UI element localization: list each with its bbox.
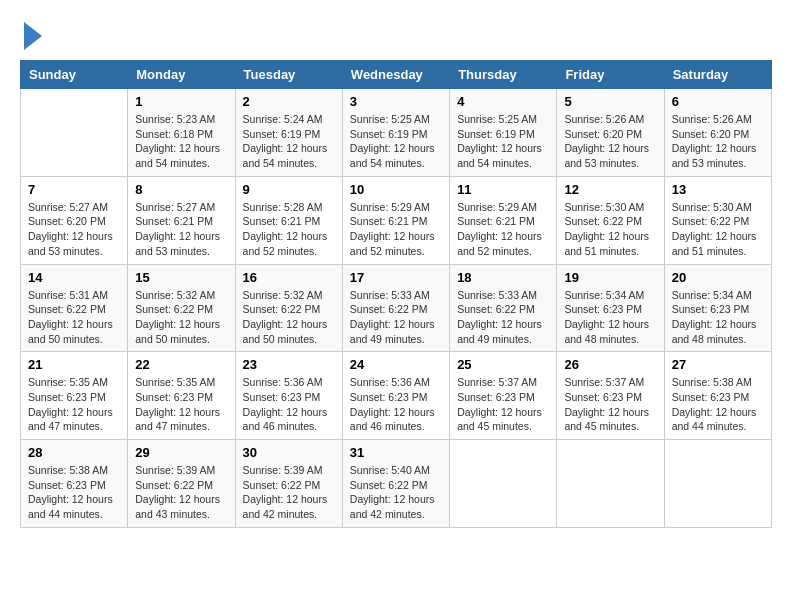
col-header-saturday: Saturday [664,61,771,89]
day-number: 19 [564,270,656,285]
calendar-cell: 7 Sunrise: 5:27 AM Sunset: 6:20 PM Dayli… [21,176,128,264]
calendar-cell: 24 Sunrise: 5:36 AM Sunset: 6:23 PM Dayl… [342,352,449,440]
sunset-text: Sunset: 6:21 PM [350,215,428,227]
daylight-text: Daylight: 12 hours and 44 minutes. [28,493,113,520]
day-number: 14 [28,270,120,285]
day-info: Sunrise: 5:31 AM Sunset: 6:22 PM Dayligh… [28,288,120,347]
sunset-text: Sunset: 6:23 PM [243,391,321,403]
calendar-cell: 1 Sunrise: 5:23 AM Sunset: 6:18 PM Dayli… [128,89,235,177]
sunrise-text: Sunrise: 5:35 AM [135,376,215,388]
day-info: Sunrise: 5:28 AM Sunset: 6:21 PM Dayligh… [243,200,335,259]
daylight-text: Daylight: 12 hours and 53 minutes. [672,142,757,169]
col-header-sunday: Sunday [21,61,128,89]
sunrise-text: Sunrise: 5:25 AM [457,113,537,125]
daylight-text: Daylight: 12 hours and 46 minutes. [350,406,435,433]
sunset-text: Sunset: 6:23 PM [28,391,106,403]
day-info: Sunrise: 5:32 AM Sunset: 6:22 PM Dayligh… [135,288,227,347]
sunrise-text: Sunrise: 5:24 AM [243,113,323,125]
calendar-cell [450,440,557,528]
week-row-1: 1 Sunrise: 5:23 AM Sunset: 6:18 PM Dayli… [21,89,772,177]
sunrise-text: Sunrise: 5:26 AM [672,113,752,125]
daylight-text: Daylight: 12 hours and 44 minutes. [672,406,757,433]
day-number: 30 [243,445,335,460]
sunrise-text: Sunrise: 5:26 AM [564,113,644,125]
daylight-text: Daylight: 12 hours and 52 minutes. [243,230,328,257]
day-number: 6 [672,94,764,109]
day-info: Sunrise: 5:33 AM Sunset: 6:22 PM Dayligh… [350,288,442,347]
day-number: 31 [350,445,442,460]
day-number: 4 [457,94,549,109]
day-info: Sunrise: 5:39 AM Sunset: 6:22 PM Dayligh… [243,463,335,522]
calendar-table: SundayMondayTuesdayWednesdayThursdayFrid… [20,60,772,528]
sunrise-text: Sunrise: 5:31 AM [28,289,108,301]
sunrise-text: Sunrise: 5:37 AM [457,376,537,388]
daylight-text: Daylight: 12 hours and 51 minutes. [564,230,649,257]
day-info: Sunrise: 5:39 AM Sunset: 6:22 PM Dayligh… [135,463,227,522]
day-number: 9 [243,182,335,197]
sunset-text: Sunset: 6:23 PM [564,303,642,315]
sunset-text: Sunset: 6:20 PM [672,128,750,140]
day-number: 24 [350,357,442,372]
calendar-cell: 23 Sunrise: 5:36 AM Sunset: 6:23 PM Dayl… [235,352,342,440]
calendar-cell [557,440,664,528]
daylight-text: Daylight: 12 hours and 54 minutes. [350,142,435,169]
daylight-text: Daylight: 12 hours and 49 minutes. [457,318,542,345]
daylight-text: Daylight: 12 hours and 53 minutes. [564,142,649,169]
day-number: 15 [135,270,227,285]
calendar-cell: 6 Sunrise: 5:26 AM Sunset: 6:20 PM Dayli… [664,89,771,177]
calendar-cell: 29 Sunrise: 5:39 AM Sunset: 6:22 PM Dayl… [128,440,235,528]
day-info: Sunrise: 5:29 AM Sunset: 6:21 PM Dayligh… [457,200,549,259]
daylight-text: Daylight: 12 hours and 42 minutes. [243,493,328,520]
sunset-text: Sunset: 6:21 PM [243,215,321,227]
sunrise-text: Sunrise: 5:34 AM [564,289,644,301]
calendar-cell: 11 Sunrise: 5:29 AM Sunset: 6:21 PM Dayl… [450,176,557,264]
calendar-cell: 5 Sunrise: 5:26 AM Sunset: 6:20 PM Dayli… [557,89,664,177]
day-info: Sunrise: 5:30 AM Sunset: 6:22 PM Dayligh… [672,200,764,259]
daylight-text: Daylight: 12 hours and 50 minutes. [243,318,328,345]
sunset-text: Sunset: 6:22 PM [564,215,642,227]
sunset-text: Sunset: 6:19 PM [457,128,535,140]
sunset-text: Sunset: 6:23 PM [564,391,642,403]
day-number: 18 [457,270,549,285]
daylight-text: Daylight: 12 hours and 48 minutes. [672,318,757,345]
sunset-text: Sunset: 6:23 PM [28,479,106,491]
calendar-cell [21,89,128,177]
day-number: 11 [457,182,549,197]
sunset-text: Sunset: 6:23 PM [672,303,750,315]
day-info: Sunrise: 5:40 AM Sunset: 6:22 PM Dayligh… [350,463,442,522]
sunset-text: Sunset: 6:22 PM [350,303,428,315]
calendar-cell: 8 Sunrise: 5:27 AM Sunset: 6:21 PM Dayli… [128,176,235,264]
day-number: 22 [135,357,227,372]
day-info: Sunrise: 5:25 AM Sunset: 6:19 PM Dayligh… [457,112,549,171]
sunrise-text: Sunrise: 5:29 AM [350,201,430,213]
sunset-text: Sunset: 6:21 PM [457,215,535,227]
day-info: Sunrise: 5:30 AM Sunset: 6:22 PM Dayligh… [564,200,656,259]
calendar-cell: 10 Sunrise: 5:29 AM Sunset: 6:21 PM Dayl… [342,176,449,264]
calendar-cell: 15 Sunrise: 5:32 AM Sunset: 6:22 PM Dayl… [128,264,235,352]
daylight-text: Daylight: 12 hours and 45 minutes. [457,406,542,433]
week-row-3: 14 Sunrise: 5:31 AM Sunset: 6:22 PM Dayl… [21,264,772,352]
calendar-cell: 16 Sunrise: 5:32 AM Sunset: 6:22 PM Dayl… [235,264,342,352]
calendar-cell: 4 Sunrise: 5:25 AM Sunset: 6:19 PM Dayli… [450,89,557,177]
sunrise-text: Sunrise: 5:28 AM [243,201,323,213]
sunrise-text: Sunrise: 5:32 AM [135,289,215,301]
sunset-text: Sunset: 6:22 PM [672,215,750,227]
day-number: 16 [243,270,335,285]
daylight-text: Daylight: 12 hours and 50 minutes. [28,318,113,345]
sunrise-text: Sunrise: 5:37 AM [564,376,644,388]
day-info: Sunrise: 5:38 AM Sunset: 6:23 PM Dayligh… [28,463,120,522]
day-number: 26 [564,357,656,372]
day-info: Sunrise: 5:37 AM Sunset: 6:23 PM Dayligh… [564,375,656,434]
daylight-text: Daylight: 12 hours and 54 minutes. [243,142,328,169]
week-row-2: 7 Sunrise: 5:27 AM Sunset: 6:20 PM Dayli… [21,176,772,264]
day-number: 13 [672,182,764,197]
calendar-cell: 20 Sunrise: 5:34 AM Sunset: 6:23 PM Dayl… [664,264,771,352]
col-header-monday: Monday [128,61,235,89]
day-number: 10 [350,182,442,197]
day-number: 5 [564,94,656,109]
sunset-text: Sunset: 6:19 PM [243,128,321,140]
daylight-text: Daylight: 12 hours and 43 minutes. [135,493,220,520]
day-info: Sunrise: 5:24 AM Sunset: 6:19 PM Dayligh… [243,112,335,171]
calendar-cell: 22 Sunrise: 5:35 AM Sunset: 6:23 PM Dayl… [128,352,235,440]
sunrise-text: Sunrise: 5:39 AM [243,464,323,476]
